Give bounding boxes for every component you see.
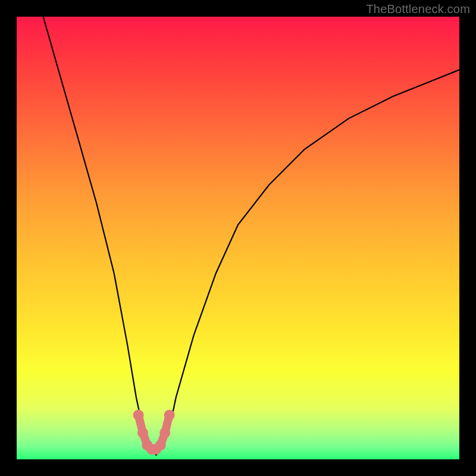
bottleneck-curve-svg <box>17 17 459 459</box>
watermark-label: TheBottleneck.com <box>366 2 470 16</box>
optimal-range-point <box>133 410 144 421</box>
optimal-range-point <box>159 427 170 438</box>
chart-plot-area <box>17 17 459 459</box>
optimal-range-point <box>137 427 148 438</box>
optimal-range-point <box>155 440 166 450</box>
optimal-range-marker <box>133 410 175 455</box>
bottleneck-curve <box>43 17 459 455</box>
optimal-range-point <box>164 410 175 421</box>
